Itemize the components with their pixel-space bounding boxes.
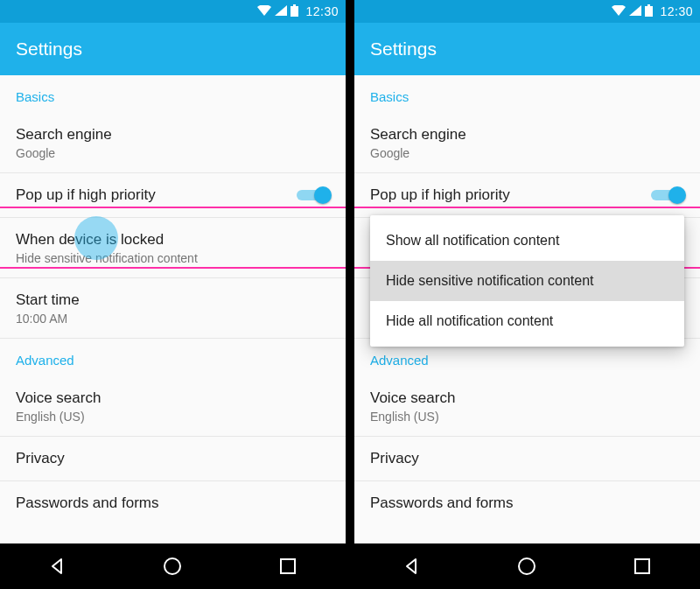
app-bar: Settings: [0, 23, 346, 75]
switch-popup-priority[interactable]: [297, 186, 330, 204]
row-title: Privacy: [370, 449, 684, 468]
status-time: 12:30: [305, 4, 339, 18]
svg-point-6: [519, 558, 535, 574]
row-title: Start time: [16, 291, 330, 310]
row-title: Pop up if high priority: [370, 186, 510, 205]
cell-signal-icon: [275, 4, 287, 18]
annotation-guide-line: [0, 207, 346, 208]
wifi-icon: [612, 4, 626, 18]
touch-indicator-icon: [74, 216, 118, 260]
settings-list[interactable]: Basics Search engine Google Pop up if hi…: [0, 75, 346, 543]
wifi-icon: [257, 4, 271, 18]
row-voice-search[interactable]: Voice search English (US): [0, 376, 346, 436]
cell-signal-icon: [629, 4, 641, 18]
nav-back-button[interactable]: [46, 554, 70, 578]
app-bar-title: Settings: [16, 39, 82, 60]
svg-rect-0: [290, 6, 298, 17]
row-popup-priority[interactable]: Pop up if high priority: [0, 173, 346, 217]
nav-bar: [0, 543, 346, 589]
popup-when-locked-options: Show all notification content Hide sensi…: [370, 215, 684, 347]
annotation-guide-line: [0, 267, 346, 269]
status-bar: 12:30: [354, 0, 700, 23]
settings-list[interactable]: Basics Search engine Google Pop up if hi…: [354, 75, 700, 543]
app-bar-title: Settings: [370, 39, 437, 60]
nav-back-button[interactable]: [400, 554, 424, 578]
row-subtitle: Hide sensitive notification content: [16, 251, 330, 265]
row-passwords[interactable]: Passwords and forms: [0, 481, 346, 525]
app-bar: Settings: [354, 23, 700, 75]
svg-rect-5: [648, 4, 650, 6]
screen-before: 12:30 Settings Basics Search engine Goog…: [0, 0, 346, 589]
svg-rect-4: [645, 6, 653, 17]
row-title: Passwords and forms: [370, 494, 684, 513]
row-passwords[interactable]: Passwords and forms: [354, 481, 700, 525]
nav-recents-button[interactable]: [630, 554, 654, 578]
section-header-advanced: Advanced: [0, 339, 346, 376]
row-title: Privacy: [16, 449, 330, 468]
popup-option-show-all[interactable]: Show all notification content: [370, 221, 684, 261]
status-bar: 12:30: [0, 0, 346, 23]
battery-icon: [645, 4, 653, 19]
nav-home-button[interactable]: [160, 554, 185, 578]
section-header-basics: Basics: [354, 75, 700, 113]
row-title: Voice search: [370, 389, 684, 408]
section-header-basics: Basics: [0, 75, 346, 113]
row-subtitle: Google: [370, 146, 684, 160]
status-time: 12:30: [660, 4, 693, 18]
row-voice-search[interactable]: Voice search English (US): [354, 376, 700, 436]
svg-rect-1: [293, 4, 296, 6]
row-subtitle: English (US): [370, 410, 684, 424]
svg-rect-3: [281, 559, 295, 573]
nav-home-button[interactable]: [514, 554, 539, 578]
row-title: Search engine: [16, 125, 330, 144]
nav-bar: [354, 543, 700, 589]
popup-option-hide-all[interactable]: Hide all notification content: [370, 301, 684, 341]
switch-popup-priority[interactable]: [651, 186, 684, 204]
row-popup-priority[interactable]: Pop up if high priority: [354, 173, 700, 217]
row-title: When device is locked: [16, 230, 330, 249]
row-start-time[interactable]: Start time 10:00 AM: [0, 278, 346, 338]
battery-icon: [290, 4, 298, 19]
svg-rect-7: [635, 559, 649, 573]
row-subtitle: Google: [16, 146, 330, 160]
row-title: Pop up if high priority: [16, 186, 156, 205]
row-search-engine[interactable]: Search engine Google: [0, 113, 346, 172]
nav-recents-button[interactable]: [276, 554, 300, 578]
row-subtitle: English (US): [16, 410, 330, 424]
row-privacy[interactable]: Privacy: [354, 437, 700, 480]
row-search-engine[interactable]: Search engine Google: [354, 113, 700, 172]
row-title: Voice search: [16, 389, 330, 408]
row-title: Passwords and forms: [16, 494, 330, 513]
screen-after: 12:30 Settings Basics Search engine Goog…: [354, 0, 700, 589]
row-title: Search engine: [370, 125, 684, 144]
annotation-guide-line: [354, 207, 700, 208]
row-privacy[interactable]: Privacy: [0, 437, 346, 480]
popup-option-hide-sensitive[interactable]: Hide sensitive notification content: [370, 261, 684, 301]
row-subtitle: 10:00 AM: [16, 312, 330, 326]
svg-point-2: [164, 558, 180, 574]
